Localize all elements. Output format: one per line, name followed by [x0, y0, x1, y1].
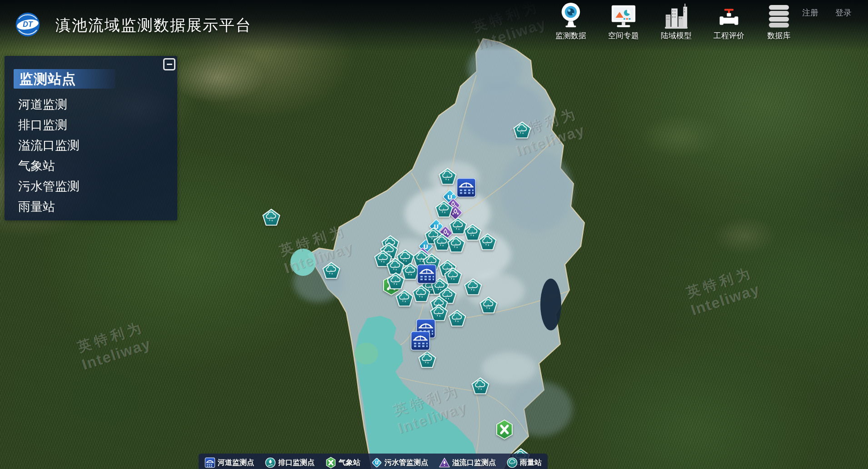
marker-rain[interactable] — [387, 272, 405, 289]
top-nav: 监测数据空间专题陆域模型工程评价数据库 — [555, 2, 792, 41]
nav-spatial-topics[interactable]: 空间专题 — [608, 4, 639, 41]
collapse-panel-button[interactable] — [163, 58, 175, 70]
legend-label: 溢流口监测点 — [452, 458, 496, 468]
app-window: 英特利为Inteliway英特利为Inteliway英特利为Inteliway英… — [0, 0, 868, 469]
sidebar-item-0[interactable]: 河道监测 — [5, 95, 177, 115]
nav-label: 工程评价 — [713, 30, 744, 41]
outfall-marker-icon — [265, 457, 276, 468]
marker-rain[interactable] — [322, 262, 340, 279]
legend-label: 气象站 — [339, 458, 360, 468]
west-pond — [354, 343, 378, 364]
marker-rain[interactable] — [412, 285, 430, 302]
marker-rain[interactable] — [479, 296, 498, 314]
marker-rain[interactable] — [418, 351, 436, 368]
map-legend: 河道监测点排口监测点气象站U污水管监测点溢流口监测点雨量站 — [199, 454, 548, 469]
sidebar-item-3[interactable]: 气象站 — [5, 156, 177, 176]
marker-rain[interactable] — [395, 289, 414, 307]
webcam-icon — [559, 1, 583, 30]
marker-rain[interactable] — [479, 233, 497, 250]
marker-rain[interactable] — [435, 200, 453, 218]
sidebar-item-4[interactable]: 污水管监测 — [5, 176, 177, 197]
page-title: 滇池流域监测数据展示平台 — [55, 15, 252, 36]
east-lake — [540, 279, 561, 330]
valve-icon — [717, 5, 741, 30]
monitoring-stations-panel: 监测站点 河道监测排口监测溢流口监测气象站污水管监测雨量站 — [5, 56, 177, 220]
overflow-marker-icon — [439, 457, 450, 468]
marker-rain[interactable] — [262, 209, 280, 226]
login-link[interactable]: 登录 — [835, 7, 852, 18]
legend-item-weather: 气象站 — [325, 457, 360, 469]
monitor-icon — [610, 4, 637, 30]
register-link[interactable]: 注册 — [802, 7, 818, 18]
marker-rain[interactable] — [513, 121, 531, 139]
legend-item-overflow: 溢流口监测点 — [439, 457, 496, 468]
legend-label: 河道监测点 — [218, 458, 254, 468]
river-marker-icon — [205, 457, 215, 468]
nav-label: 数据库 — [768, 30, 791, 41]
small-lake — [290, 249, 316, 276]
sidebar-item-5[interactable]: 雨量站 — [5, 197, 177, 217]
marker-river[interactable] — [456, 178, 476, 198]
buildings-icon — [664, 2, 688, 30]
app-logo: DT — [15, 12, 40, 37]
nav-label: 空间专题 — [608, 30, 639, 41]
sewage-marker-icon: U — [371, 457, 382, 468]
minimize-icon — [167, 64, 172, 65]
marker-river[interactable] — [417, 264, 437, 284]
panel-title: 监测站点 — [14, 69, 115, 89]
sidebar-item-2[interactable]: 溢流口监测 — [5, 135, 177, 156]
nav-monitor-data[interactable]: 监测数据 — [555, 1, 586, 41]
weather-marker-icon — [325, 457, 336, 469]
legend-label: 污水管监测点 — [384, 458, 428, 468]
legend-item-outfall: 排口监测点 — [265, 457, 314, 468]
panel-list: 河道监测排口监测溢流口监测气象站污水管监测雨量站 — [5, 95, 177, 217]
svg-text:U: U — [375, 460, 379, 465]
legend-item-sewage: U污水管监测点 — [371, 457, 428, 468]
marker-weather[interactable] — [495, 419, 514, 440]
nav-project-eval[interactable]: 工程评价 — [713, 5, 744, 41]
sidebar-item-1[interactable]: 排口监测 — [5, 115, 177, 135]
nav-database[interactable]: 数据库 — [766, 3, 792, 41]
nav-label: 陆域模型 — [661, 30, 692, 41]
logo-text: DT — [23, 20, 33, 28]
marker-river[interactable] — [410, 331, 430, 351]
database-icon — [766, 3, 792, 30]
marker-rain[interactable] — [439, 168, 457, 185]
legend-label: 雨量站 — [520, 458, 542, 468]
nav-land-model[interactable]: 陆域模型 — [661, 2, 692, 41]
nav-label: 监测数据 — [555, 30, 586, 41]
legend-item-rain: 雨量站 — [507, 457, 542, 468]
rain-marker-icon — [507, 457, 518, 468]
marker-rain[interactable] — [447, 235, 465, 253]
legend-label: 排口监测点 — [278, 458, 314, 468]
marker-rain[interactable] — [448, 309, 466, 327]
marker-rain[interactable] — [464, 278, 482, 295]
legend-item-river: 河道监测点 — [205, 457, 254, 468]
marker-rain[interactable] — [471, 377, 489, 394]
